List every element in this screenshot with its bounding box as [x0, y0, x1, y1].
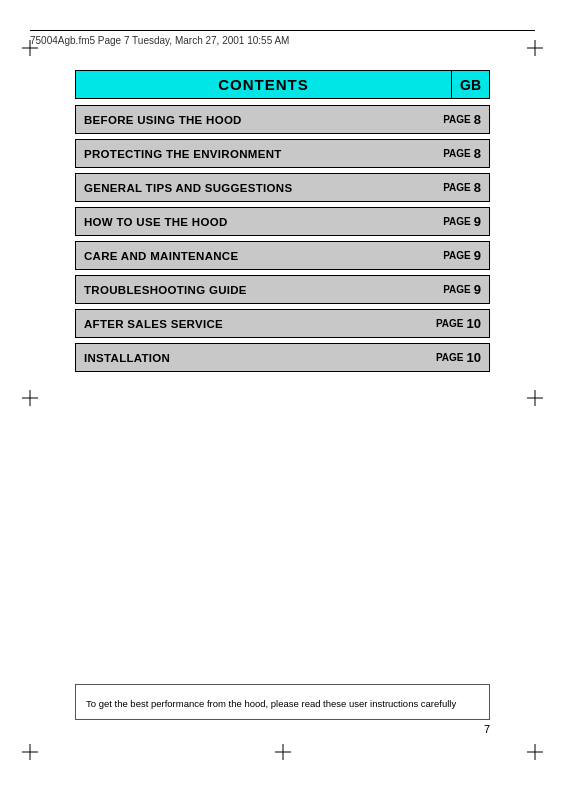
toc-title-5: TROUBLESHOOTING GUIDE	[84, 284, 247, 296]
main-content: CONTENTS GB BEFORE USING THE HOODPAGE8PR…	[75, 70, 490, 377]
toc-title-7: INSTALLATION	[84, 352, 170, 364]
toc-title-6: AFTER SALES SERVICE	[84, 318, 223, 330]
toc-title-cell-1: PROTECTING THE ENVIRONMENT	[76, 140, 409, 167]
toc-row: HOW TO USE THE HOODPAGE9	[75, 207, 490, 236]
toc-page-label-7: PAGE	[436, 352, 464, 363]
crosshair-bottom-right	[527, 744, 543, 760]
bottom-note-text: To get the best performance from the hoo…	[86, 698, 456, 709]
toc-row: TROUBLESHOOTING GUIDEPAGE9	[75, 275, 490, 304]
header-filename: 75004Agb.fm5 Page 7 Tuesday, March 27, 2…	[30, 35, 289, 46]
toc-page-cell-2: PAGE8	[409, 174, 489, 201]
crosshair-mid-left	[22, 390, 38, 406]
toc-page-number-2: 8	[474, 180, 481, 195]
toc-page-cell-3: PAGE9	[409, 208, 489, 235]
toc-title-cell-7: INSTALLATION	[76, 344, 409, 371]
toc-row: AFTER SALES SERVICEPAGE10	[75, 309, 490, 338]
toc-page-cell-5: PAGE9	[409, 276, 489, 303]
toc-page-cell-4: PAGE9	[409, 242, 489, 269]
toc-title-cell-3: HOW TO USE THE HOOD	[76, 208, 409, 235]
contents-gb: GB	[460, 77, 481, 93]
toc-title-cell-6: AFTER SALES SERVICE	[76, 310, 409, 337]
toc-title-0: BEFORE USING THE HOOD	[84, 114, 242, 126]
toc-title-3: HOW TO USE THE HOOD	[84, 216, 228, 228]
contents-gb-cell: GB	[451, 71, 489, 98]
toc-title-4: CARE AND MAINTENANCE	[84, 250, 238, 262]
bottom-note-box: To get the best performance from the hoo…	[75, 684, 490, 720]
contents-title: CONTENTS	[218, 76, 309, 93]
crosshair-bottom-mid	[275, 744, 291, 760]
toc-title-1: PROTECTING THE ENVIRONMENT	[84, 148, 282, 160]
toc-page-cell-7: PAGE10	[409, 344, 489, 371]
toc-list: BEFORE USING THE HOODPAGE8PROTECTING THE…	[75, 105, 490, 372]
toc-row: INSTALLATIONPAGE10	[75, 343, 490, 372]
toc-page-label-5: PAGE	[443, 284, 471, 295]
toc-page-number-1: 8	[474, 146, 481, 161]
contents-title-cell: CONTENTS	[76, 71, 451, 98]
toc-title-2: GENERAL TIPS AND SUGGESTIONS	[84, 182, 292, 194]
page-container: 75004Agb.fm5 Page 7 Tuesday, March 27, 2…	[0, 0, 565, 800]
toc-page-number-5: 9	[474, 282, 481, 297]
toc-title-cell-0: BEFORE USING THE HOOD	[76, 106, 409, 133]
page-number: 7	[484, 723, 490, 735]
toc-page-number-0: 8	[474, 112, 481, 127]
crosshair-top-left	[22, 40, 38, 56]
toc-title-cell-2: GENERAL TIPS AND SUGGESTIONS	[76, 174, 409, 201]
toc-title-cell-5: TROUBLESHOOTING GUIDE	[76, 276, 409, 303]
toc-page-label-3: PAGE	[443, 216, 471, 227]
toc-page-label-2: PAGE	[443, 182, 471, 193]
toc-row: BEFORE USING THE HOODPAGE8	[75, 105, 490, 134]
toc-page-label-6: PAGE	[436, 318, 464, 329]
toc-page-label-4: PAGE	[443, 250, 471, 261]
header-bar: 75004Agb.fm5 Page 7 Tuesday, March 27, 2…	[30, 30, 535, 46]
toc-page-cell-1: PAGE8	[409, 140, 489, 167]
toc-page-cell-0: PAGE8	[409, 106, 489, 133]
toc-page-cell-6: PAGE10	[409, 310, 489, 337]
crosshair-top-right	[527, 40, 543, 56]
toc-page-number-4: 9	[474, 248, 481, 263]
crosshair-mid-right	[527, 390, 543, 406]
toc-page-label-0: PAGE	[443, 114, 471, 125]
toc-row: CARE AND MAINTENANCEPAGE9	[75, 241, 490, 270]
contents-header: CONTENTS GB	[75, 70, 490, 99]
crosshair-bottom-left	[22, 744, 38, 760]
toc-page-label-1: PAGE	[443, 148, 471, 159]
toc-row: PROTECTING THE ENVIRONMENTPAGE8	[75, 139, 490, 168]
toc-page-number-3: 9	[474, 214, 481, 229]
toc-title-cell-4: CARE AND MAINTENANCE	[76, 242, 409, 269]
toc-row: GENERAL TIPS AND SUGGESTIONSPAGE8	[75, 173, 490, 202]
toc-page-number-6: 10	[467, 316, 481, 331]
toc-page-number-7: 10	[467, 350, 481, 365]
